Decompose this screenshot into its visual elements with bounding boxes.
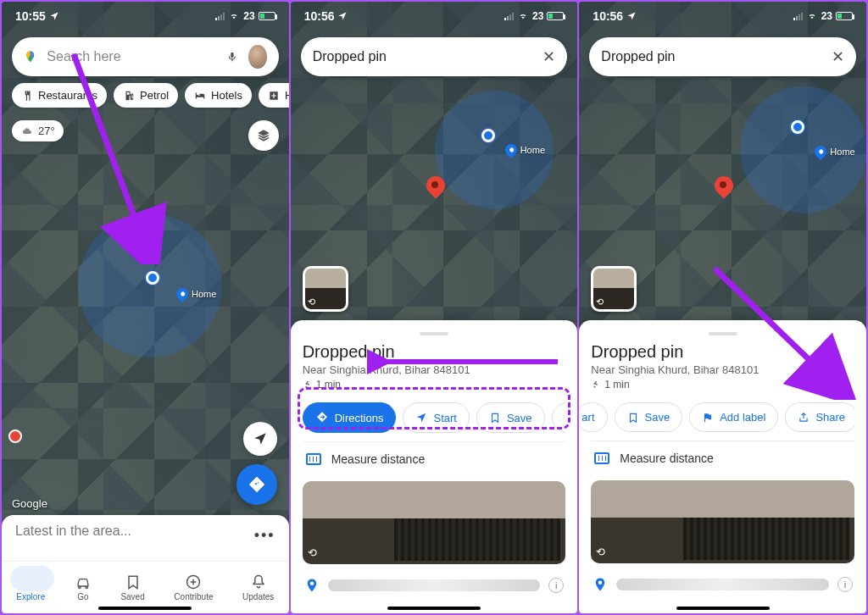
- battery-percent: 23: [821, 10, 832, 22]
- action-button-row-scrolled[interactable]: art Save Add label Share: [579, 402, 854, 432]
- start-button-cut[interactable]: art: [579, 402, 607, 432]
- search-bar[interactable]: [12, 37, 279, 76]
- streetview-icon: ⟲: [308, 546, 317, 559]
- start-button[interactable]: Start: [403, 402, 469, 433]
- search-input[interactable]: [47, 49, 216, 64]
- cell-signal-icon: [504, 13, 514, 20]
- account-avatar[interactable]: [248, 45, 267, 69]
- microphone-icon[interactable]: [226, 49, 238, 64]
- address-row[interactable]: i: [303, 569, 566, 593]
- home-pin-icon: [174, 285, 191, 302]
- measure-distance-row[interactable]: Measure distance: [303, 441, 566, 476]
- chip-petrol[interactable]: Petrol: [114, 83, 178, 108]
- ios-home-indicator[interactable]: [676, 607, 770, 610]
- measure-distance-row[interactable]: Measure distance: [591, 440, 854, 475]
- chip-restaurants[interactable]: Restaurants: [12, 83, 107, 108]
- pin-icon: [593, 577, 608, 592]
- drag-handle[interactable]: [709, 332, 737, 335]
- street-view-thumbnail[interactable]: ⟲: [591, 266, 637, 312]
- chip-hospitals-cut[interactable]: Hos: [259, 83, 289, 108]
- search-bar-filled[interactable]: Dropped pin ✕: [301, 37, 568, 76]
- bottom-sheet-place[interactable]: Dropped pin Near Singhia Khurd, Bihar 84…: [291, 320, 578, 613]
- tab-active-pill: [10, 566, 54, 591]
- share-icon: [798, 412, 810, 424]
- streetview-icon: ⟲: [596, 546, 605, 558]
- my-location-button[interactable]: [243, 422, 277, 456]
- directions-fab[interactable]: [236, 464, 277, 505]
- streetview-icon: ⟲: [596, 296, 604, 308]
- bottom-sheet-place[interactable]: Dropped pin Near Singhia Khurd, Bihar 84…: [579, 320, 866, 613]
- drag-handle[interactable]: [420, 332, 448, 335]
- three-phone-stage: 10:55 23 Restaurants Petrol Hotels Hos 2…: [0, 0, 868, 615]
- search-bar-filled[interactable]: Dropped pin ✕: [589, 37, 856, 76]
- add-label-button[interactable]: Add label: [689, 402, 778, 432]
- cell-signal-icon: [793, 13, 803, 20]
- place-address: Near Singhia Khurd, Bihar 848101: [303, 363, 566, 376]
- cloud-icon: [20, 126, 34, 136]
- home-pin-icon: [812, 143, 829, 160]
- tab-saved[interactable]: Saved: [120, 573, 144, 601]
- info-icon[interactable]: i: [837, 577, 853, 592]
- google-wordmark: Google: [12, 497, 47, 510]
- clear-search-button[interactable]: ✕: [832, 49, 844, 64]
- screen-3: 10:56 23 Dropped pin ✕ Home ⟲ Dropped pi…: [579, 2, 866, 613]
- dropped-pin-marker[interactable]: [426, 176, 445, 195]
- home-label[interactable]: Home: [505, 144, 545, 156]
- location-arrow-icon: [626, 11, 637, 21]
- action-button-row[interactable]: Directions Start Save: [303, 402, 566, 433]
- tab-updates[interactable]: Updates: [242, 573, 274, 601]
- layers-button[interactable]: [248, 120, 279, 151]
- street-view-thumbnail[interactable]: ⟲: [303, 266, 348, 312]
- sheet-menu-button[interactable]: •••: [254, 527, 275, 545]
- bookmark-icon: [489, 412, 501, 424]
- battery-icon: [836, 12, 853, 20]
- poi-dot[interactable]: [8, 429, 22, 443]
- status-time: 10:56: [304, 9, 335, 23]
- streetview-preview[interactable]: ⟲: [591, 480, 854, 563]
- blurred-address-text: [328, 579, 541, 591]
- info-icon[interactable]: i: [548, 578, 564, 593]
- ios-home-indicator[interactable]: [98, 607, 192, 610]
- ios-home-indicator[interactable]: [387, 607, 481, 610]
- current-location-dot[interactable]: [481, 129, 495, 142]
- save-button[interactable]: Save: [615, 402, 683, 432]
- share-button[interactable]: Share: [785, 402, 854, 432]
- battery-percent: 23: [532, 10, 543, 22]
- status-bar: 10:56 23: [579, 2, 866, 30]
- chip-hotels[interactable]: Hotels: [185, 83, 252, 108]
- directions-icon: [315, 411, 329, 424]
- compass-arrow-icon: [253, 431, 268, 446]
- status-bar: 10:56 23: [291, 2, 578, 30]
- tab-contribute[interactable]: Contribute: [174, 573, 213, 601]
- current-location-dot[interactable]: [146, 271, 159, 285]
- walk-time: 1 min: [591, 379, 854, 391]
- home-pin-icon: [503, 141, 520, 158]
- address-row[interactable]: i: [591, 568, 854, 592]
- flag-icon: [702, 412, 714, 424]
- category-chip-row[interactable]: Restaurants Petrol Hotels Hos: [12, 83, 289, 108]
- maps-pin-logo-icon: [24, 48, 36, 65]
- tab-go[interactable]: Go: [75, 573, 92, 601]
- battery-icon: [547, 12, 564, 20]
- home-label[interactable]: Home: [176, 288, 216, 300]
- wifi-icon: [228, 12, 240, 20]
- status-time: 10:56: [593, 9, 623, 23]
- streetview-icon: ⟲: [308, 296, 315, 308]
- home-label[interactable]: Home: [815, 146, 854, 158]
- clear-search-button[interactable]: ✕: [542, 49, 555, 64]
- ruler-icon: [594, 452, 609, 464]
- walk-icon: [303, 380, 312, 390]
- streetview-preview[interactable]: ⟲: [303, 481, 566, 564]
- wifi-icon: [517, 12, 529, 20]
- car-icon: [75, 573, 92, 590]
- sheet-headline: Latest in the area...: [15, 524, 275, 539]
- bottom-tab-bar: Explore Go Saved Contribute Updates: [2, 561, 289, 613]
- weather-chip[interactable]: 27°: [12, 120, 64, 141]
- add-label-button-cut[interactable]: [552, 402, 566, 433]
- directions-button[interactable]: Directions: [303, 402, 397, 433]
- dropped-pin-marker[interactable]: [715, 176, 733, 195]
- save-button[interactable]: Save: [476, 402, 545, 433]
- bottom-sheet-explore[interactable]: Latest in the area... ••• Explore Go Sav…: [2, 515, 289, 613]
- status-bar: 10:55 23: [2, 2, 289, 30]
- screen-2: 10:56 23 Dropped pin ✕ Home ⟲ Dropped pi…: [291, 2, 578, 613]
